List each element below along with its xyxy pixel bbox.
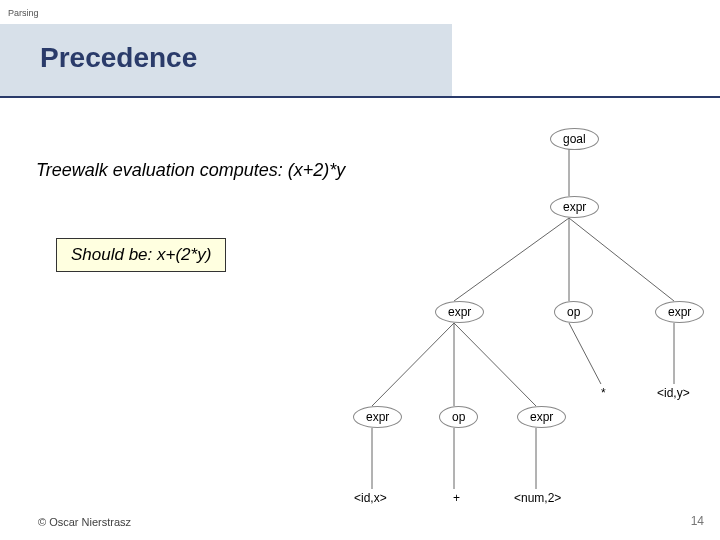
leaf-id-x: <id,x>	[348, 489, 393, 507]
page-number: 14	[691, 514, 704, 528]
node-goal: goal	[550, 128, 599, 150]
svg-line-1	[454, 218, 569, 301]
leaf-num-2: <num,2>	[508, 489, 567, 507]
title-bar-cutout	[452, 24, 720, 98]
svg-line-7	[569, 323, 602, 386]
svg-line-6	[454, 323, 536, 406]
leaf-star: *	[595, 384, 612, 402]
node-expr-left: expr	[435, 301, 484, 323]
node-expr-root: expr	[550, 196, 599, 218]
svg-line-3	[569, 218, 674, 301]
topic-label: Parsing	[8, 8, 39, 18]
node-expr-lr: expr	[517, 406, 566, 428]
svg-line-4	[372, 323, 454, 406]
node-expr-ll: expr	[353, 406, 402, 428]
node-op-mid: op	[439, 406, 478, 428]
parse-tree: goal expr expr op expr expr op expr * <i…	[344, 106, 720, 526]
footer-copyright: © Oscar Nierstrasz	[38, 516, 131, 528]
node-op-top: op	[554, 301, 593, 323]
node-expr-right: expr	[655, 301, 704, 323]
evaluation-sentence: Treewalk evaluation computes: (x+2)*y	[36, 160, 345, 181]
leaf-plus: +	[447, 489, 466, 507]
slide-title: Precedence	[40, 42, 197, 74]
should-be-callout: Should be: x+(2*y)	[56, 238, 226, 272]
leaf-id-y: <id,y>	[651, 384, 696, 402]
